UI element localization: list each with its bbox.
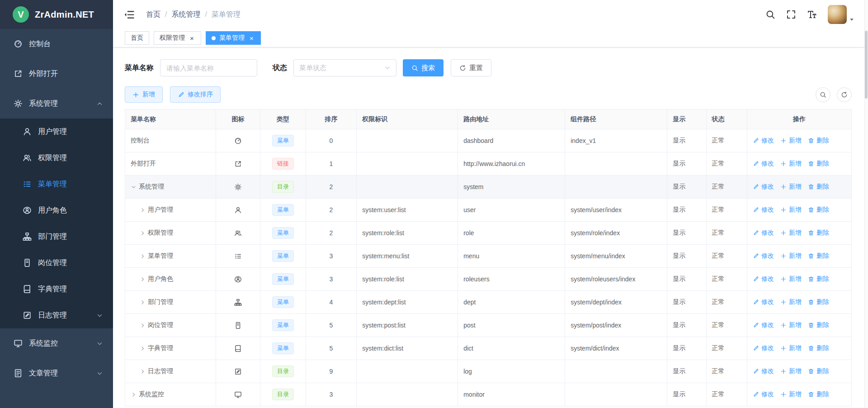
sidebar-item-gear[interactable]: 系统管理 <box>0 89 113 119</box>
edit-link[interactable]: 修改 <box>753 137 774 145</box>
edit-sort-button-label: 修改排序 <box>188 90 213 99</box>
tab-menu-management[interactable]: 菜单管理 × <box>206 31 261 45</box>
delete-link[interactable]: 删除 <box>808 206 829 214</box>
sidebar-item-role[interactable]: 用户角色 <box>0 197 113 223</box>
delete-link[interactable]: 删除 <box>808 321 829 329</box>
edit-link[interactable]: 修改 <box>753 344 774 352</box>
reset-button[interactable]: 重置 <box>451 59 491 76</box>
sidebar-item-article[interactable]: 文章管理 <box>0 358 113 388</box>
edit-link[interactable]: 修改 <box>753 275 774 283</box>
avatar[interactable] <box>828 5 847 24</box>
edit-link[interactable]: 修改 <box>753 160 774 168</box>
tab-home[interactable]: 首页 <box>125 31 149 45</box>
chevron-down-icon <box>96 340 103 347</box>
type-tag: 菜单 <box>272 250 294 262</box>
plus-icon <box>780 207 787 213</box>
menu-fold-icon[interactable] <box>124 9 135 20</box>
sidebar-item-users[interactable]: 权限管理 <box>0 145 113 171</box>
tree-collapse-icon[interactable] <box>140 346 148 351</box>
delete-link[interactable]: 删除 <box>808 160 829 168</box>
sidebar-item-monitor[interactable]: 系统监控 <box>0 328 113 358</box>
trash-icon <box>808 276 814 282</box>
close-icon[interactable]: × <box>189 35 195 42</box>
topbar: 首页 / 系统管理 / 菜单管理 <box>113 0 868 29</box>
tree-collapse-icon[interactable] <box>140 299 148 305</box>
plus-icon <box>780 230 787 236</box>
refresh-table-button[interactable] <box>837 87 852 102</box>
tab-permission[interactable]: 权限管理 × <box>154 31 201 45</box>
delete-link[interactable]: 删除 <box>808 298 829 306</box>
menu-name-input[interactable] <box>160 59 257 76</box>
cell-status: 正常 <box>706 176 747 199</box>
add-link[interactable]: 新增 <box>780 252 802 260</box>
edit-link[interactable]: 修改 <box>753 367 774 375</box>
tree-collapse-icon[interactable] <box>140 230 148 236</box>
breadcrumb-home[interactable]: 首页 <box>146 10 160 19</box>
sidebar-item-external[interactable]: 外部打开 <box>0 59 113 89</box>
sidebar-item-label: 部门管理 <box>38 232 67 242</box>
add-link[interactable]: 新增 <box>780 298 802 306</box>
user-menu[interactable] <box>828 5 854 24</box>
sidebar-item-post[interactable]: 岗位管理 <box>0 250 113 276</box>
status-select[interactable]: 菜单状态 <box>293 59 396 76</box>
edit-link[interactable]: 修改 <box>753 298 774 306</box>
sidebar-item-dept[interactable]: 部门管理 <box>0 223 113 250</box>
delete-link[interactable]: 删除 <box>808 275 829 283</box>
edit-link[interactable]: 修改 <box>753 390 774 399</box>
edit-link[interactable]: 修改 <box>753 206 774 214</box>
add-link[interactable]: 新增 <box>780 390 802 399</box>
tree-collapse-icon[interactable] <box>140 276 148 282</box>
search-button[interactable]: 搜索 <box>403 59 443 76</box>
sidebar-item-dict[interactable]: 字典管理 <box>0 276 113 302</box>
delete-link[interactable]: 删除 <box>808 183 829 191</box>
edit-icon <box>753 230 759 236</box>
edit-link[interactable]: 修改 <box>753 252 774 260</box>
add-link[interactable]: 新增 <box>780 367 802 375</box>
edit-link[interactable]: 修改 <box>753 229 774 237</box>
add-link[interactable]: 新增 <box>780 229 802 237</box>
edit-link[interactable]: 修改 <box>753 321 774 329</box>
font-size-icon[interactable] <box>807 9 817 19</box>
tree-collapse-icon[interactable] <box>140 253 148 259</box>
tree-collapse-icon[interactable] <box>140 207 148 213</box>
type-tag: 目录 <box>272 389 294 400</box>
add-link[interactable]: 新增 <box>780 344 802 352</box>
delete-link[interactable]: 删除 <box>808 367 829 375</box>
delete-link[interactable]: 删除 <box>808 344 829 352</box>
app-logo[interactable]: V ZrAdmin.NET <box>0 0 113 29</box>
add-link[interactable]: 新增 <box>780 183 802 191</box>
search-icon[interactable] <box>765 9 775 19</box>
close-icon[interactable]: × <box>248 35 255 42</box>
add-link[interactable]: 新增 <box>780 137 802 145</box>
delete-link[interactable]: 删除 <box>808 252 829 260</box>
delete-link[interactable]: 删除 <box>808 390 829 399</box>
tree-expand-icon[interactable] <box>131 184 139 190</box>
role-icon <box>23 206 32 215</box>
cell-icon <box>216 245 260 268</box>
toggle-search-button[interactable] <box>816 87 830 102</box>
edit-link[interactable]: 修改 <box>753 183 774 191</box>
sidebar-item-dashboard[interactable]: 控制台 <box>0 29 113 59</box>
add-link[interactable]: 新增 <box>780 321 802 329</box>
add-button[interactable]: 新增 <box>125 86 163 103</box>
page-scrollbar[interactable] <box>864 0 868 408</box>
tree-collapse-icon[interactable] <box>140 323 148 328</box>
trash-icon <box>808 230 814 236</box>
cell-sort: 3 <box>306 268 356 291</box>
sidebar-item-log[interactable]: 日志管理 <box>0 302 113 328</box>
add-link[interactable]: 新增 <box>780 206 802 214</box>
breadcrumb-system[interactable]: 系统管理 <box>171 10 200 19</box>
tree-collapse-icon[interactable] <box>140 369 148 375</box>
fullscreen-icon[interactable] <box>786 9 796 19</box>
user-icon <box>23 127 32 136</box>
tree-collapse-icon[interactable] <box>131 392 139 398</box>
delete-link[interactable]: 删除 <box>808 137 829 145</box>
sidebar-item-list[interactable]: 菜单管理 <box>0 171 113 197</box>
scrollbar-thumb[interactable] <box>865 31 868 99</box>
edit-sort-button[interactable]: 修改排序 <box>170 86 221 103</box>
delete-link[interactable]: 删除 <box>808 229 829 237</box>
cell-status: 正常 <box>706 291 747 314</box>
add-link[interactable]: 新增 <box>780 275 802 283</box>
sidebar-item-user[interactable]: 用户管理 <box>0 119 113 145</box>
add-link[interactable]: 新增 <box>780 160 802 168</box>
